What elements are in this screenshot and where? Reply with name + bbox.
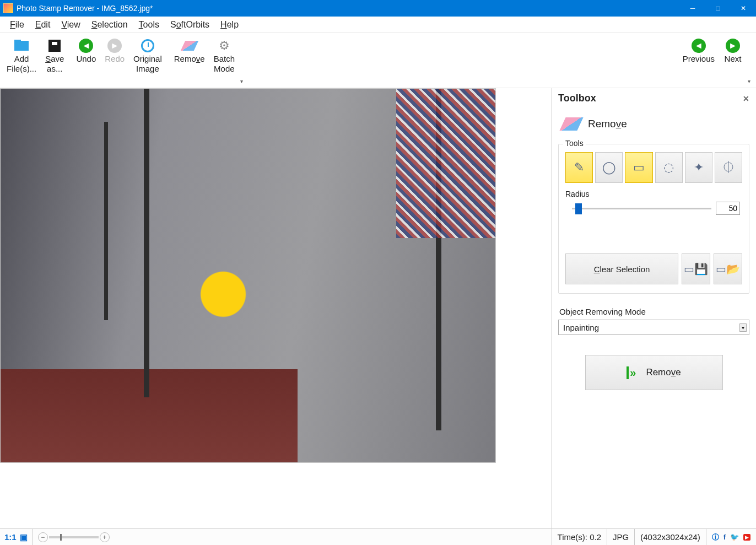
zoom-slider[interactable] — [49, 536, 99, 538]
main-toolbar: AddFile(s)... Saveas... ◄ Undo ► Redo Or… — [0, 33, 756, 88]
radius-input[interactable] — [716, 202, 740, 215]
maximize-button[interactable]: □ — [705, 0, 731, 17]
folder-open-icon — [14, 37, 29, 54]
tools-group-label: Tools — [563, 139, 586, 148]
save-as-button[interactable]: Saveas... — [41, 35, 68, 88]
marker-tool[interactable]: ✎ — [565, 152, 593, 183]
menu-bar: File Edit View Selection Tools SoftOrbit… — [0, 17, 756, 33]
mode-select[interactable]: Inpainting ▾ — [558, 320, 749, 335]
app-icon — [3, 3, 13, 13]
menu-help[interactable]: Help — [215, 18, 244, 32]
menu-softorbits[interactable]: SoftOrbits — [165, 18, 215, 32]
main-area: Toolbox ✕ Remove Tools ✎ ◯ ▭ ◌ ✦ ⏀ Radiu… — [0, 88, 756, 528]
status-time: Time(s): 0.2 — [552, 529, 607, 545]
fit-screen-icon[interactable]: ▣ — [20, 532, 28, 542]
image-canvas[interactable] — [0, 88, 551, 528]
previous-button[interactable]: ◄ Previous — [678, 35, 719, 88]
chevron-down-icon: ▾ — [739, 323, 747, 332]
menu-file[interactable]: File — [4, 18, 30, 32]
status-bar: 1:1 ▣ − + Time(s): 0.2 JPG (4032x3024x24… — [0, 528, 756, 545]
save-selection-button[interactable]: ▭💾 — [682, 253, 710, 284]
menu-tools[interactable]: Tools — [133, 18, 165, 32]
remove-action-button[interactable]: » Remove — [585, 355, 723, 390]
next-icon: ► — [726, 37, 740, 54]
menu-view[interactable]: View — [56, 18, 85, 32]
eraser-icon — [559, 117, 583, 131]
redo-icon: ► — [107, 37, 122, 54]
window-title: Photo Stamp Remover - IMG_8562.jpg* — [17, 4, 153, 13]
mode-label: Object Removing Mode — [559, 307, 748, 316]
close-button[interactable]: ✕ — [731, 0, 756, 17]
minimize-button[interactable]: ─ — [680, 0, 705, 17]
lasso-tool[interactable]: ◌ — [655, 152, 683, 183]
status-format: JPG — [607, 529, 634, 545]
menu-selection[interactable]: Selection — [86, 18, 133, 32]
nav-overflow-icon[interactable]: ▾ — [747, 78, 754, 88]
menu-edit[interactable]: Edit — [30, 18, 56, 32]
status-dimensions: (4032x3024x24) — [634, 529, 705, 545]
youtube-icon[interactable]: ▶ — [743, 534, 750, 541]
undo-icon: ◄ — [79, 37, 93, 54]
toolbox-close-icon[interactable]: ✕ — [743, 94, 749, 103]
run-arrow-icon: » — [627, 366, 636, 379]
twitter-icon[interactable]: 🐦 — [730, 533, 739, 541]
tools-group: Tools ✎ ◯ ▭ ◌ ✦ ⏀ Radius Clear Selection… — [558, 144, 749, 294]
radius-label: Radius — [565, 190, 742, 198]
previous-icon: ◄ — [692, 37, 706, 54]
photo-preview — [0, 88, 496, 463]
freeform-tool[interactable]: ◯ — [595, 152, 623, 183]
load-selection-button[interactable]: ▭📂 — [714, 253, 742, 284]
zoom-out-button[interactable]: − — [38, 532, 48, 542]
toolbox-panel: Toolbox ✕ Remove Tools ✎ ◯ ▭ ◌ ✦ ⏀ Radiu… — [551, 88, 756, 528]
toolbox-section-header: Remove — [558, 107, 749, 144]
window-controls: ─ □ ✕ — [680, 0, 756, 17]
undo-button[interactable]: ◄ Undo — [72, 35, 100, 88]
zoom-ratio[interactable]: 1:1 — [4, 532, 17, 542]
toolbar-overflow-icon[interactable]: ▾ — [239, 78, 246, 88]
info-icon[interactable]: ⓘ — [712, 532, 719, 542]
radius-slider[interactable] — [572, 203, 711, 214]
remove-toolbar-button[interactable]: Remove — [170, 35, 209, 88]
title-bar: Photo Stamp Remover - IMG_8562.jpg* ─ □ … — [0, 0, 756, 17]
add-files-button[interactable]: AddFile(s)... — [2, 35, 41, 88]
next-button[interactable]: ► Next — [719, 35, 747, 88]
magic-wand-tool[interactable]: ✦ — [685, 152, 712, 183]
original-image-button[interactable]: OriginalImage — [129, 35, 166, 88]
save-icon — [48, 37, 61, 54]
redo-button[interactable]: ► Redo — [100, 35, 129, 88]
eraser-icon — [183, 37, 196, 54]
gear-icon: ⚙ — [219, 37, 230, 54]
batch-mode-button[interactable]: ⚙ BatchMode — [209, 35, 239, 88]
clock-icon — [141, 37, 154, 54]
zoom-in-button[interactable]: + — [100, 532, 110, 542]
rectangle-tool[interactable]: ▭ — [625, 152, 652, 183]
toolbox-title: Toolbox — [558, 93, 596, 104]
clone-stamp-tool[interactable]: ⏀ — [715, 152, 742, 183]
facebook-icon[interactable]: f — [723, 533, 726, 541]
clear-selection-button[interactable]: Clear Selection — [565, 253, 678, 284]
mode-value: Inpainting — [563, 323, 599, 332]
